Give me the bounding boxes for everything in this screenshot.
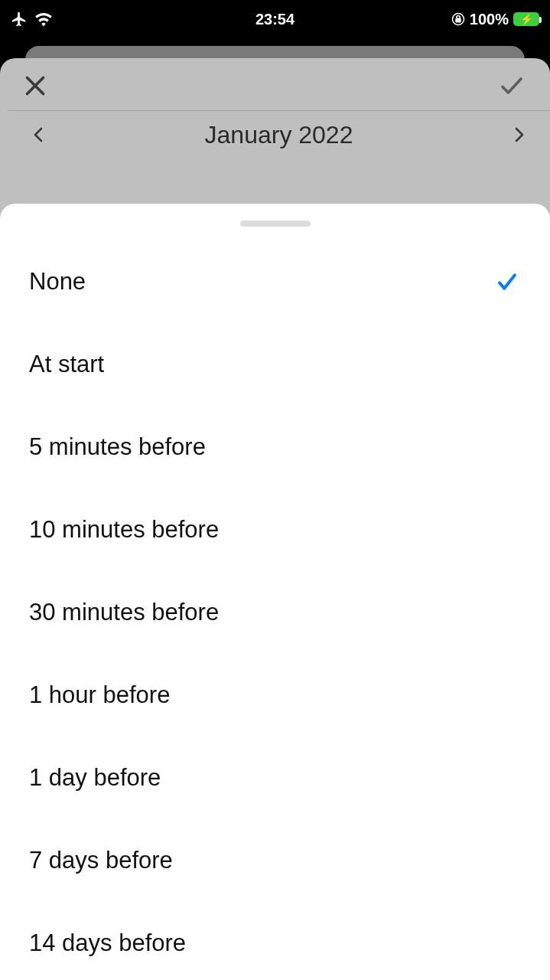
reminder-option-label: 5 minutes before — [29, 433, 206, 461]
reminder-option[interactable]: At start — [0, 323, 550, 406]
battery-percentage: 100% — [470, 11, 509, 28]
reminder-option[interactable]: 1 hour before — [0, 654, 550, 737]
reminder-option[interactable]: 30 minutes before — [0, 571, 550, 654]
reminder-option-label: 1 day before — [29, 764, 161, 792]
reminder-option-label: 7 days before — [29, 847, 173, 874]
reminder-option-label: At start — [29, 351, 104, 378]
reminder-option-label: 1 hour before — [29, 681, 170, 709]
reminder-option[interactable]: 5 minutes before — [0, 406, 550, 488]
reminder-option-label: None — [29, 268, 86, 296]
orientation-lock-icon — [451, 12, 465, 26]
reminder-option[interactable]: 10 minutes before — [0, 488, 550, 571]
reminder-picker-sheet: NoneAt start5 minutes before10 minutes b… — [0, 204, 550, 980]
checkmark-icon — [493, 270, 521, 293]
status-time: 23:54 — [255, 11, 295, 28]
reminder-option[interactable]: 7 days before — [0, 819, 550, 902]
battery-icon: ⚡ — [513, 12, 539, 26]
reminder-option[interactable]: 14 days before — [0, 902, 550, 980]
svg-rect-1 — [456, 18, 461, 22]
close-button[interactable] — [21, 72, 49, 100]
airplane-icon — [11, 11, 28, 28]
next-month-button[interactable] — [510, 120, 529, 149]
wifi-icon — [35, 12, 52, 26]
prev-month-button[interactable] — [29, 120, 47, 149]
sheet-grabber[interactable] — [240, 220, 311, 227]
reminder-option-label: 10 minutes before — [29, 516, 219, 544]
reminder-option[interactable]: None — [0, 240, 550, 323]
reminder-option-label: 30 minutes before — [29, 599, 219, 626]
reminder-options-list: NoneAt start5 minutes before10 minutes b… — [0, 240, 550, 980]
status-bar: 23:54 100% ⚡ — [0, 0, 550, 38]
reminder-option[interactable]: 1 day before — [0, 737, 550, 819]
month-title: January 2022 — [205, 121, 353, 149]
reminder-option-label: 14 days before — [29, 929, 186, 957]
confirm-button[interactable] — [495, 72, 529, 100]
